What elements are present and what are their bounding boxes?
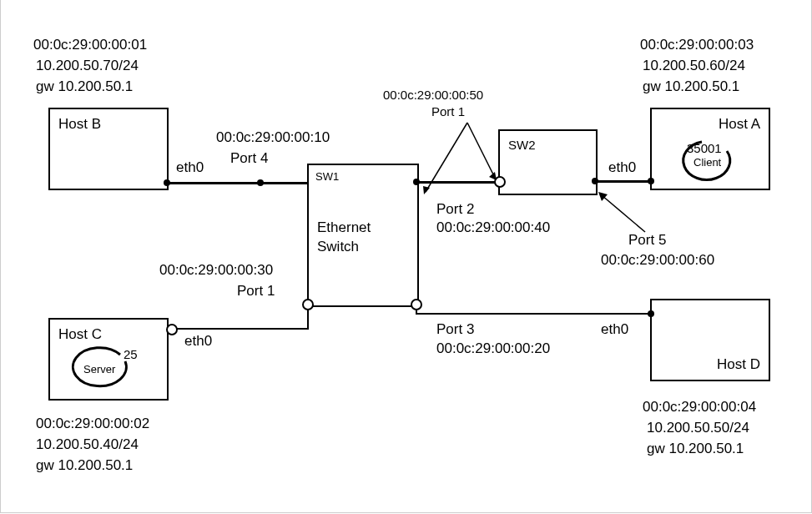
link-hostb-sw1 xyxy=(167,182,307,184)
hostc-gw: gw 10.200.50.1 xyxy=(36,457,133,474)
svg-line-2 xyxy=(467,123,495,178)
sw1-port2-label: Port 2 xyxy=(436,201,474,218)
sw2-box: SW2 xyxy=(498,129,598,195)
hosta-ip: 10.200.50.60/24 xyxy=(643,58,745,74)
circ-hostc-eth0 xyxy=(166,324,178,335)
hostb-gw: gw 10.200.50.1 xyxy=(36,78,133,95)
link-hostc-horizontal xyxy=(174,328,309,330)
sw1-label: SW1 xyxy=(315,170,339,183)
hostc-mac: 00:0c:29:00:00:02 xyxy=(36,416,149,432)
hostd-iface: eth0 xyxy=(601,321,628,338)
dot-hostd-eth0 xyxy=(648,310,654,317)
hostb-box: Host B xyxy=(48,108,169,190)
dot-hosta-eth0 xyxy=(648,178,654,184)
hosta-box: Host A 35001 Client xyxy=(650,108,770,190)
dot-mid-b-sw1 xyxy=(257,179,264,186)
sw2-label: SW2 xyxy=(508,138,536,152)
circ-sw1-port1 xyxy=(302,299,314,310)
sw2-port1-mac: 00:0c:29:00:00:50 xyxy=(383,88,483,102)
sw1-port1-label: Port 1 xyxy=(237,283,275,300)
sw2-port5-mac: 00:0c:29:00:00:60 xyxy=(601,252,714,269)
hostc-app-port: 25 xyxy=(124,347,138,361)
hostd-box: Host D xyxy=(650,299,770,381)
svg-line-0 xyxy=(426,123,467,192)
hostc-box: Host C 25 Server xyxy=(48,318,169,401)
hosta-gw: gw 10.200.50.1 xyxy=(643,78,739,95)
sw2-port1-label: Port 1 xyxy=(431,104,465,118)
hostb-mac: 00:0c:29:00:00:01 xyxy=(33,37,147,53)
dot-sw1-port2 xyxy=(413,179,420,185)
hostc-ip: 10.200.50.40/24 xyxy=(36,436,139,453)
hosta-app-port: 35001 xyxy=(687,141,722,155)
sw2-port5-label: Port 5 xyxy=(628,232,666,249)
hosta-mac: 00:0c:29:00:00:03 xyxy=(640,37,754,53)
dot-hostb-eth0 xyxy=(164,179,170,186)
sw1-port2-mac: 00:0c:29:00:00:40 xyxy=(436,219,550,236)
hostb-iface: eth0 xyxy=(176,159,204,176)
hostd-mac: 00:0c:29:00:00:04 xyxy=(643,399,756,416)
sw1-port3-label: Port 3 xyxy=(436,321,474,338)
sw1-box: SW1 Ethernet Switch xyxy=(307,164,419,307)
hosta-title: Host A xyxy=(719,116,760,133)
sw1-port4-mac: 00:0c:29:00:00:10 xyxy=(216,129,330,146)
circ-sw1-port3 xyxy=(411,299,422,310)
link-sw1-hostd xyxy=(417,313,650,315)
sw1-title1: Ethernet xyxy=(317,219,371,236)
hosta-iface: eth0 xyxy=(608,159,636,176)
hostc-role: Server xyxy=(83,363,115,375)
hosta-role: Client xyxy=(693,156,721,169)
hostc-iface: eth0 xyxy=(184,333,212,350)
arrow-sw2-port1 xyxy=(421,121,505,200)
hostb-title: Host B xyxy=(58,116,101,133)
hostb-ip: 10.200.50.70/24 xyxy=(36,58,139,74)
sw1-port3-mac: 00:0c:29:00:00:20 xyxy=(436,340,550,357)
sw1-port4-label: Port 4 xyxy=(230,150,268,167)
sw1-title2: Switch xyxy=(317,239,359,255)
link-sw2-hosta xyxy=(596,180,650,183)
hostc-title: Host C xyxy=(58,326,102,343)
svg-line-4 xyxy=(602,195,645,232)
hostd-gw: gw 10.200.50.1 xyxy=(647,441,744,457)
sw1-port1-mac: 00:0c:29:00:00:30 xyxy=(159,262,273,279)
hostd-title: Host D xyxy=(717,356,760,373)
dot-sw2-right xyxy=(592,178,598,184)
network-diagram: 00:0c:29:00:00:01 10.200.50.70/24 gw 10.… xyxy=(0,0,812,514)
hostd-ip: 10.200.50.50/24 xyxy=(647,420,749,436)
